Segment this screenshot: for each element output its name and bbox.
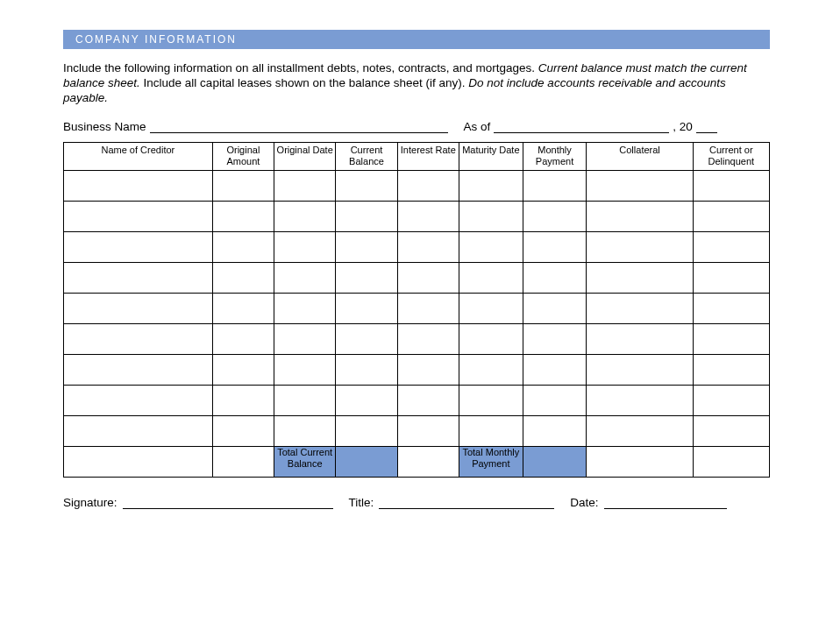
cell[interactable] [336, 386, 397, 416]
cell[interactable] [64, 202, 213, 232]
cell[interactable] [523, 202, 587, 232]
cell [64, 447, 213, 478]
cell[interactable] [64, 232, 213, 263]
cell[interactable] [64, 416, 213, 447]
cell[interactable] [336, 416, 397, 447]
cell[interactable] [274, 202, 336, 232]
cell[interactable] [274, 355, 336, 386]
cell[interactable] [336, 263, 397, 294]
cell[interactable] [397, 416, 459, 447]
cell[interactable] [274, 263, 336, 294]
cell[interactable] [523, 294, 587, 324]
cell[interactable] [336, 232, 397, 263]
table-row [64, 202, 770, 232]
cell[interactable] [336, 202, 397, 232]
cell[interactable] [523, 232, 587, 263]
cell[interactable] [397, 294, 459, 324]
cell[interactable] [587, 416, 693, 447]
cell[interactable] [274, 416, 336, 447]
cell[interactable] [212, 232, 274, 263]
signature-field[interactable] [123, 496, 333, 509]
total-monthly-payment-value[interactable] [523, 447, 587, 478]
cell[interactable] [587, 355, 693, 386]
cell[interactable] [212, 386, 274, 416]
cell[interactable] [397, 171, 459, 202]
cell[interactable] [212, 355, 274, 386]
cell[interactable] [397, 386, 459, 416]
cell[interactable] [212, 171, 274, 202]
total-monthly-payment-label: Total Monthly Payment [459, 447, 523, 478]
date-label: Date: [570, 496, 598, 509]
cell[interactable] [459, 416, 523, 447]
cell[interactable] [523, 386, 587, 416]
cell[interactable] [397, 202, 459, 232]
cell[interactable] [397, 263, 459, 294]
cell[interactable] [397, 355, 459, 386]
cell[interactable] [397, 324, 459, 355]
cell[interactable] [274, 294, 336, 324]
cell[interactable] [64, 355, 213, 386]
cell[interactable] [587, 263, 693, 294]
cell[interactable] [212, 294, 274, 324]
cell[interactable] [523, 263, 587, 294]
cell[interactable] [523, 355, 587, 386]
cell[interactable] [693, 386, 769, 416]
cell[interactable] [587, 232, 693, 263]
cell[interactable] [336, 294, 397, 324]
cell[interactable] [336, 324, 397, 355]
col-status: Current or Delinquent [693, 143, 769, 171]
business-name-field[interactable] [150, 121, 448, 134]
cell[interactable] [693, 294, 769, 324]
cell[interactable] [693, 324, 769, 355]
cell[interactable] [523, 171, 587, 202]
title-field[interactable] [379, 496, 554, 509]
table-row [64, 171, 770, 202]
cell[interactable] [459, 171, 523, 202]
cell[interactable] [397, 232, 459, 263]
cell[interactable] [459, 232, 523, 263]
cell[interactable] [459, 355, 523, 386]
cell[interactable] [212, 324, 274, 355]
cell[interactable] [693, 355, 769, 386]
cell[interactable] [212, 416, 274, 447]
business-name-line: Business Name As of , 20 [63, 118, 770, 134]
cell[interactable] [64, 294, 213, 324]
cell[interactable] [459, 263, 523, 294]
cell[interactable] [459, 324, 523, 355]
cell[interactable] [274, 386, 336, 416]
cell[interactable] [336, 171, 397, 202]
cell[interactable] [274, 171, 336, 202]
cell[interactable] [459, 386, 523, 416]
cell[interactable] [587, 202, 693, 232]
cell[interactable] [336, 355, 397, 386]
total-current-balance-value[interactable] [336, 447, 397, 478]
table-row [64, 232, 770, 263]
as-of-date-field[interactable] [494, 121, 669, 134]
cell[interactable] [587, 294, 693, 324]
cell[interactable] [587, 386, 693, 416]
cell[interactable] [64, 324, 213, 355]
cell[interactable] [523, 324, 587, 355]
form-page: COMPANY INFORMATION Include the followin… [0, 0, 833, 535]
cell[interactable] [587, 171, 693, 202]
cell [397, 447, 459, 478]
cell[interactable] [212, 202, 274, 232]
cell[interactable] [693, 202, 769, 232]
cell [587, 447, 693, 478]
cell[interactable] [64, 263, 213, 294]
cell[interactable] [587, 324, 693, 355]
cell[interactable] [693, 171, 769, 202]
year-field[interactable] [696, 121, 717, 134]
cell[interactable] [459, 294, 523, 324]
cell[interactable] [693, 416, 769, 447]
cell[interactable] [274, 324, 336, 355]
date-field[interactable] [604, 496, 727, 509]
cell[interactable] [693, 232, 769, 263]
cell[interactable] [523, 416, 587, 447]
cell[interactable] [274, 232, 336, 263]
cell[interactable] [64, 171, 213, 202]
cell[interactable] [693, 263, 769, 294]
cell[interactable] [64, 386, 213, 416]
cell[interactable] [459, 202, 523, 232]
cell[interactable] [212, 263, 274, 294]
